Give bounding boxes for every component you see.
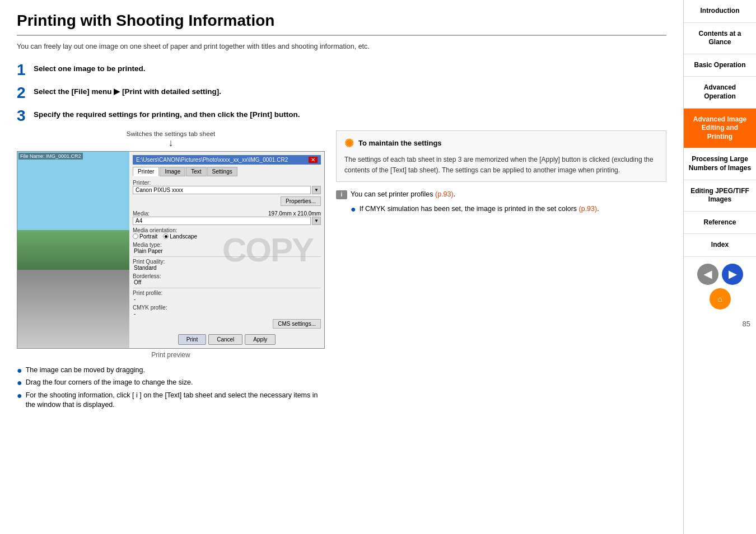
printer-field: Printer: Canon PIXUS xxxx ▼ [133,180,321,194]
printer-value: Canon PIXUS xxxx [133,186,311,194]
step-3-number: 3 [17,107,34,125]
landscape-option[interactable]: Landscape [163,233,197,240]
note-title-text: To maintain the settings [358,139,442,147]
print-preview-area: File Name: IMG_0001.CR2 [17,152,129,348]
page-subtitle: You can freely lay out one image on one … [17,41,666,52]
printer-label: Printer: [133,180,321,186]
media-field: Media: 197.0mm x 210.0mm A4 ▼ [133,210,321,225]
bullet-item-2: ● Drag the four corners of the image to … [17,378,325,388]
tab-text[interactable]: Text [186,167,206,176]
step-3-text: Specify the required settings for printi… [34,107,300,120]
media-type-value: Plain Paper [133,248,321,254]
sidebar-item-introduction[interactable]: Introduction [684,0,756,23]
printer-dropdown-icon[interactable]: ▼ [312,186,321,194]
print-button[interactable]: Print [178,334,207,345]
page-title: Printing with Shooting Information [17,11,666,36]
step-2-number: 2 [17,85,34,102]
arrow-annotation: Switches the settings tab sheet ↓ [17,130,325,149]
print-quality-field: Print Quality: Standard [133,259,321,271]
borderless-label: Borderless: [133,273,321,279]
prev-page-button[interactable]: ◀ [697,264,718,285]
apply-button[interactable]: Apply [245,334,276,345]
cancel-button[interactable]: Cancel [208,334,242,345]
page-number: 85 [684,316,756,331]
sidebar-item-index[interactable]: Index [684,234,756,257]
next-page-button[interactable]: ▶ [722,264,743,285]
media-dropdown-icon[interactable]: ▼ [312,217,321,225]
info-bullet-1: i You can set printer profiles (p.93). [336,190,666,200]
step-3-row: 3 Specify the required settings for prin… [17,107,666,125]
home-button[interactable]: ⌂ [710,288,731,310]
sidebar-item-basic[interactable]: Basic Operation [684,54,756,77]
right-column: ✺ To maintain the settings The settings … [336,130,666,413]
note-box: ✺ To maintain the settings The settings … [336,130,666,182]
step-1-row: 1 Select one image to be printed. [17,62,666,79]
sun-icon: ✺ [344,137,354,150]
landscape-radio[interactable] [163,233,169,239]
link-p93-2[interactable]: (p.93) [579,205,598,213]
bullet-item-1: ● The image can be moved by dragging. [17,366,325,376]
note-text: The settings of each tab sheet in step 3… [344,154,658,176]
image-label: File Name: IMG_0001.CR2 [18,153,83,160]
sidebar-item-jpeg[interactable]: Editing JPEG/TIFF Images [684,180,756,212]
bullet-text-2: Drag the four corners of the image to ch… [26,378,193,388]
orientation-field: Media orientation: Portrait Landscape [133,227,321,240]
info-text-2: If CMYK simulation has been set, the ima… [360,204,599,214]
info-icon-1: i [336,190,347,199]
tab-image[interactable]: Image [160,167,185,176]
arrow-down-icon: ↓ [169,137,174,149]
arrow-row: ◀ ▶ [697,264,743,285]
preview-image [17,152,129,348]
dialog-tabs[interactable]: Printer Image Text Settings [133,167,321,176]
print-profile-label: Print profile: [133,290,321,296]
tab-printer[interactable]: Printer [133,167,159,176]
note-box-title: ✺ To maintain the settings [344,137,658,150]
print-profile-field: Print profile: - [133,290,321,302]
two-column-layout: Switches the settings tab sheet ↓ File N… [17,130,666,413]
bullet-text-3: For the shooting information, click [ i … [26,391,325,410]
dialog-title-text: E:\Users\CANON\Pictures\Photo\xxxx_xx_xx… [136,157,288,163]
dialog-settings-panel: E:\Users\CANON\Pictures\Photo\xxxx_xx_xx… [129,152,324,348]
cmyk-profile-label: CMYK profile: [133,305,321,311]
print-preview-label: Print preview [17,351,325,359]
step-2-row: 2 Select the [File] menu ▶ [Print with d… [17,85,666,102]
bullet-item-3: ● For the shooting information, click [ … [17,391,325,410]
bullet-dot-1: ● [17,366,22,375]
sidebar-nav: Introduction Contents at a Glance Basic … [683,0,756,534]
bullet-dot-2: ● [17,378,22,387]
landscape-label: Landscape [170,233,197,240]
left-column: Switches the settings tab sheet ↓ File N… [17,130,325,413]
step-2-text: Select the [File] menu ▶ [Print with det… [34,85,221,97]
sidebar-item-advanced-editing[interactable]: Advanced Image Editing and Printing [684,109,756,149]
orientation-radio-group: Portrait Landscape [133,233,321,240]
step-1-text: Select one image to be printed. [34,62,146,74]
media-value: A4 [133,217,311,225]
sidebar-item-contents[interactable]: Contents at a Glance [684,23,756,54]
cmyk-profile-field: CMYK profile: - [133,305,321,317]
portrait-radio[interactable] [133,233,138,239]
sidebar-item-advanced[interactable]: Advanced Operation [684,77,756,108]
sidebar-item-processing[interactable]: Processing Large Numbers of Images [684,148,756,180]
borderless-value: Off [133,279,321,285]
dialog-screenshot: File Name: IMG_0001.CR2 E:\Users\CANON\P… [17,151,325,349]
media-type-field: Media type: Plain Paper [133,242,321,254]
properties-button[interactable]: Properties... [281,196,321,206]
cms-settings-button[interactable]: CMS settings... [273,319,321,329]
borderless-field: Borderless: Off [133,273,321,285]
bullet-dot-3: ● [17,391,22,400]
info-bullet-2: ● If CMYK simulation has been set, the i… [351,204,666,214]
portrait-option[interactable]: Portrait [133,233,157,240]
link-p93-1[interactable]: (p.93) [435,190,454,198]
tab-settings[interactable]: Settings [207,167,237,176]
bullet-dot-info-2: ● [351,205,356,214]
sidebar-item-reference[interactable]: Reference [684,212,756,235]
orientation-label: Media orientation: [133,227,321,233]
sidebar-navigation-arrows: ◀ ▶ ⌂ [684,257,756,316]
dialog-action-buttons: Print Cancel Apply [133,334,321,345]
print-quality-label: Print Quality: [133,259,321,265]
print-profile-value: - [133,296,321,302]
close-icon[interactable]: ✕ [309,157,318,163]
step-1-number: 1 [17,62,34,79]
print-quality-value: Standard [133,265,321,271]
media-type-label: Media type: [133,242,321,248]
